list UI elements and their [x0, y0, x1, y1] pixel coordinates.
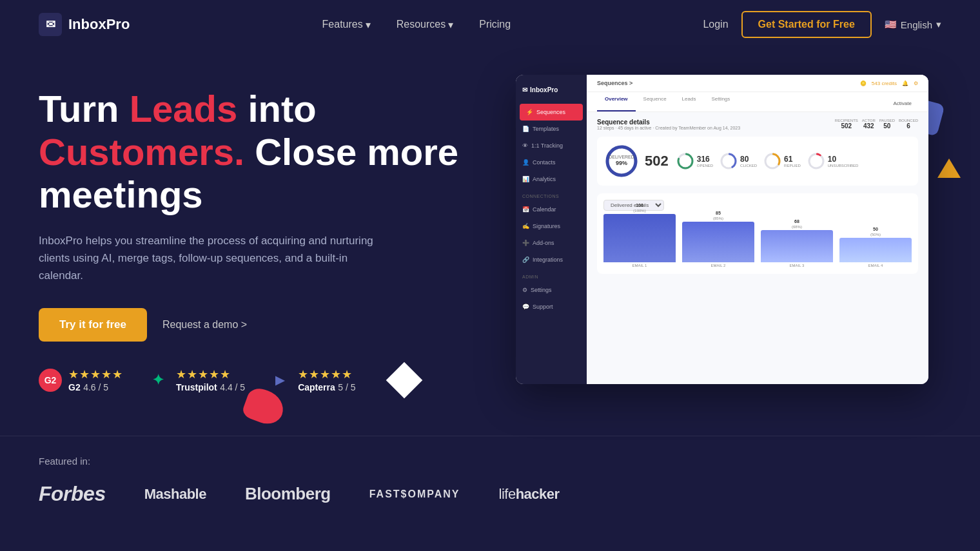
hero-left: Turn Leads into Customers. Close moremee… [39, 75, 490, 393]
metrics-row: DELIVERED 99% 502 [597, 137, 918, 186]
calendar-icon: 📅 [522, 206, 529, 213]
tab-leads[interactable]: Leads [674, 92, 704, 111]
featured-logos: Forbes Mashable Bloomberg FAST$OMPANY li… [39, 482, 941, 506]
g2-score: 4.6 / 5 [83, 382, 108, 392]
flag-icon: 🇺🇸 [885, 19, 897, 30]
sidebar-item-settings[interactable]: ⚙ Settings [516, 282, 587, 298]
g2-info: ★★★★★ G2 4.6 / 5 [68, 367, 123, 393]
logo[interactable]: ✉ InboxPro [39, 13, 130, 36]
bell-icon: 🔔 [902, 81, 908, 86]
addons-icon: ➕ [522, 240, 529, 246]
capterra-logo: ▶ [268, 369, 291, 392]
sidebar-item-support[interactable]: 💬 Support [516, 298, 587, 315]
nav-links: Features ▾ Resources ▾ Pricing [322, 19, 511, 31]
g2-name: G2 [68, 382, 81, 392]
title-turn: Turn [39, 88, 130, 130]
resources-nav-link[interactable]: Resources ▾ [397, 19, 453, 31]
app-mockup: ✉ InboxPro ⚡ Sequences 📄 Templates 👁 1:1… [516, 75, 928, 384]
recipients-stat: RECIPIENTS 502 [835, 119, 858, 130]
lifehacker-logo: lifehacker [499, 486, 560, 503]
app-tabs: Overview Sequence Leads Settings Activat… [587, 92, 928, 112]
trustpilot-stars: ★★★★★ [176, 367, 245, 382]
chevron-down-icon: ▾ [366, 19, 371, 31]
g2-rating: G2 ★★★★★ G2 4.6 / 5 [39, 367, 123, 393]
contacts-icon: 👤 [522, 159, 529, 166]
sidebar-item-integrations[interactable]: 🔗 Integrations [516, 251, 587, 268]
activate-button[interactable]: Activate [887, 92, 918, 111]
language-selector[interactable]: 🇺🇸 English ▾ [885, 19, 941, 30]
sidebar-item-calendar[interactable]: 📅 Calendar [516, 201, 587, 218]
trustpilot-info: ★★★★★ Trustpilot 4.4 / 5 [176, 367, 245, 393]
hero-right: ✉ InboxPro ⚡ Sequences 📄 Templates 👁 1:1… [490, 75, 916, 410]
g2-stars: ★★★★★ [68, 367, 123, 382]
bounced-stat: BOUNCED 6 [899, 119, 918, 130]
opened-gauge [676, 152, 694, 170]
sidebar-item-signatures[interactable]: ✍ Signatures [516, 218, 587, 235]
pricing-nav-link[interactable]: Pricing [479, 19, 511, 30]
sidebar-item-sequences[interactable]: ⚡ Sequences [520, 104, 583, 121]
title-customers: Customers. [39, 131, 244, 173]
sidebar-item-contacts[interactable]: 👤 Contacts [516, 154, 587, 171]
forbes-logo: Forbes [39, 482, 106, 506]
gear-icon: ⚙ [914, 81, 918, 86]
logo-icon: ✉ [39, 13, 62, 36]
login-button[interactable]: Login [703, 19, 728, 30]
connections-section-label: CONNECTIONS [516, 188, 587, 201]
coin-icon: 🪙 [860, 81, 867, 86]
delivered-metric: DELIVERED 99% 502 [603, 143, 669, 179]
hero-description: InboxPro helps you streamline the proces… [39, 232, 380, 285]
try-free-button[interactable]: Try it for free [39, 308, 147, 342]
logo-text: InboxPro [68, 16, 130, 33]
navbar: ✉ InboxPro Features ▾ Resources ▾ Pricin… [0, 0, 980, 49]
email-bar-4: 50 (50%) EMAIL 4 [839, 227, 912, 267]
sidebar-item-tracking[interactable]: 👁 1:1 Tracking [516, 137, 587, 154]
tab-overview[interactable]: Overview [597, 92, 636, 111]
sequences-icon: ⚡ [526, 109, 533, 115]
replied-gauge [763, 152, 781, 170]
tab-settings[interactable]: Settings [703, 92, 738, 111]
signatures-icon: ✍ [522, 223, 529, 229]
bar-visual-4 [839, 238, 912, 262]
chevron-down-icon: ▾ [936, 19, 941, 30]
capterra-rating: ▶ ★★★★★ Capterra 5 / 5 [268, 367, 355, 393]
bar-visual-1 [603, 214, 676, 262]
analytics-icon: 📊 [522, 176, 529, 182]
capterra-info: ★★★★★ Capterra 5 / 5 [298, 367, 355, 393]
chart-area: Delivered emails 100 (100%) EMAIL 1 [597, 193, 918, 274]
clicked-metric: 80 CLICKED [720, 152, 757, 170]
app-sidebar: ✉ InboxPro ⚡ Sequences 📄 Templates 👁 1:1… [516, 75, 587, 384]
app-logo-icon: ✉ [522, 86, 527, 93]
get-started-button[interactable]: Get Started for Free [741, 11, 872, 38]
sidebar-item-templates[interactable]: 📄 Templates [516, 121, 587, 137]
support-icon: 💬 [522, 304, 529, 310]
features-nav-link[interactable]: Features ▾ [322, 19, 371, 31]
svg-point-10 [809, 154, 823, 168]
seq-title: Sequence details [597, 119, 740, 126]
email-bar-3: 68 (68%) EMAIL 3 [761, 219, 833, 267]
trustpilot-name: Trustpilot [176, 382, 217, 392]
bar-visual-2 [682, 222, 754, 262]
seq-details-header: Sequence details 12 steps · 45 days in a… [597, 119, 918, 130]
hero-section: Turn Leads into Customers. Close moremee… [0, 49, 980, 436]
sidebar-item-addons[interactable]: ➕ Add-ons [516, 235, 587, 251]
app-header: Sequences > 🪙 543 credits 🔔 ⚙ [587, 75, 928, 92]
request-demo-link[interactable]: Request a demo > [162, 319, 247, 331]
bar-visual-3 [761, 230, 833, 262]
unsubscribed-metric: 10 UNSUBSCRIBED [807, 152, 859, 170]
delivered-gauge: DELIVERED 99% [603, 143, 640, 179]
admin-section-label: ADMIN [516, 268, 587, 282]
title-into: into [237, 88, 316, 130]
hero-title: Turn Leads into Customers. Close moremee… [39, 88, 490, 217]
app-main: Sequences > 🪙 543 credits 🔔 ⚙ Overview S… [587, 75, 928, 384]
tab-sequence[interactable]: Sequence [636, 92, 674, 111]
trustpilot-logo: ✦ [146, 369, 170, 392]
capterra-name: Capterra [298, 382, 335, 392]
email-bar-2: 85 (85%) EMAIL 2 [682, 211, 754, 267]
sidebar-item-analytics[interactable]: 📊 Analytics [516, 171, 587, 188]
capterra-stars: ★★★★★ [298, 367, 355, 382]
diamond-shape [386, 362, 423, 398]
app-header-right: 🪙 543 credits 🔔 ⚙ [860, 81, 918, 86]
g2-logo: G2 [39, 369, 62, 392]
small-metrics: 316 OPENED 80 [676, 152, 912, 170]
trustpilot-rating: ✦ ★★★★★ Trustpilot 4.4 / 5 [146, 367, 245, 393]
